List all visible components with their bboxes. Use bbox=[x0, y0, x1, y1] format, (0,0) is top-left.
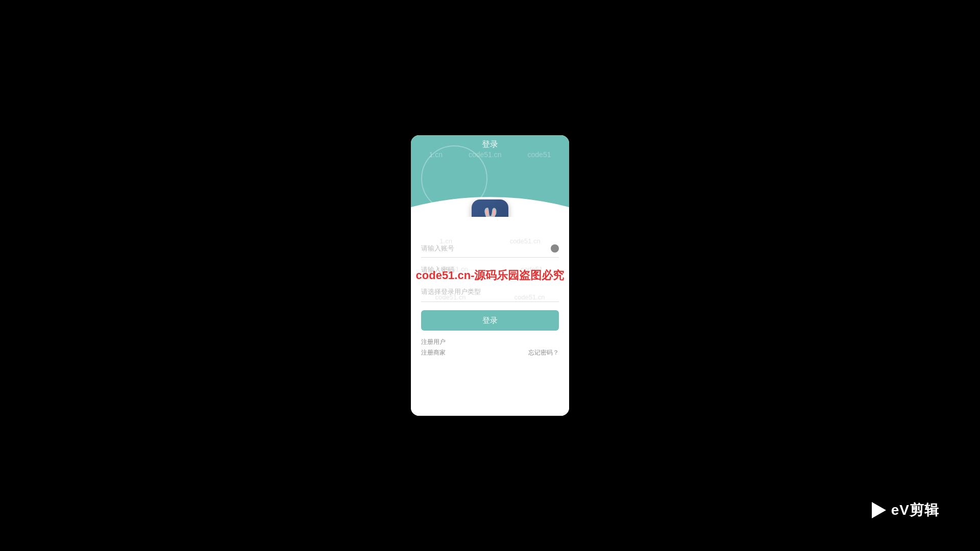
play-icon bbox=[868, 500, 888, 520]
password-input[interactable] bbox=[421, 264, 559, 276]
ev-logo: eV剪辑 bbox=[868, 500, 939, 520]
user-type-selector[interactable]: 请选择登录用户类型 bbox=[421, 285, 559, 302]
password-group bbox=[421, 264, 559, 279]
user-type-text: 请选择登录用户类型 bbox=[421, 285, 559, 298]
phone-body: 1.cn code51.cn code51.cn code51 code51.c… bbox=[411, 217, 569, 416]
register-links: 注册用户 注册商家 bbox=[421, 338, 446, 357]
phone-header: 1.cn code51.cn code51 登录 🐰 bbox=[411, 135, 569, 217]
rabbit-icon: 🐰 bbox=[479, 209, 502, 217]
bottom-links: 注册用户 注册商家 忘记密码？ bbox=[421, 338, 559, 357]
register-merchant-link[interactable]: 注册商家 bbox=[421, 348, 446, 357]
username-input[interactable] bbox=[421, 242, 559, 254]
app-icon: 🐰 bbox=[472, 199, 508, 217]
title-bar: 登录 bbox=[411, 135, 569, 154]
svg-marker-0 bbox=[872, 502, 886, 518]
username-group bbox=[421, 242, 559, 258]
phone-container: 1.cn code51.cn code51 登录 🐰 1.cn code51.c… bbox=[411, 135, 569, 416]
ev-text: eV剪辑 bbox=[891, 500, 939, 520]
login-button[interactable]: 登录 bbox=[421, 310, 559, 331]
register-user-link[interactable]: 注册用户 bbox=[421, 338, 446, 346]
eye-icon bbox=[551, 244, 559, 253]
page-title: 登录 bbox=[482, 139, 498, 150]
app-icon-wrapper: 🐰 bbox=[472, 199, 508, 217]
forgot-password-link[interactable]: 忘记密码？ bbox=[528, 348, 559, 357]
play-icon-wrapper bbox=[868, 500, 888, 520]
